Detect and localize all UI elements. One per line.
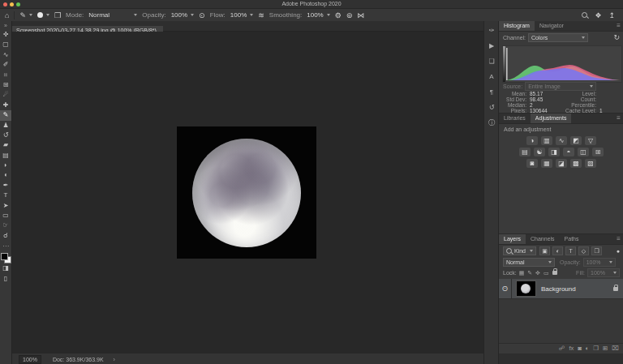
color-lookup-icon[interactable]: ⊞ [592, 148, 604, 156]
filter-shape-layers-icon[interactable]: ◇ [578, 246, 589, 255]
tool-path-selection-icon[interactable]: ➤ [0, 201, 11, 211]
tool-brush-icon[interactable]: ✎ [0, 110, 11, 120]
tool-crop-icon[interactable]: ⌗ [0, 71, 11, 80]
filter-type-layers-icon[interactable]: T [565, 246, 576, 255]
color-balance-icon[interactable]: ☯ [534, 148, 545, 156]
invert-icon[interactable]: ◙ [526, 159, 538, 168]
actions-icon[interactable]: ▶ [484, 40, 499, 52]
smoothing-dropdown[interactable]: 100% [307, 11, 329, 19]
lock-pixels-icon[interactable]: ✎ [527, 270, 532, 276]
tool-eyedropper-icon[interactable]: ☄ [0, 90, 11, 100]
vibrance-icon[interactable]: ▽ [585, 136, 596, 145]
color-swatches[interactable] [1, 253, 11, 263]
tool-pen-icon[interactable]: ✒ [0, 181, 11, 191]
info-icon[interactable]: ⓘ [484, 117, 499, 129]
history-icon[interactable]: ↺ [484, 101, 499, 113]
canvas-area[interactable] [12, 32, 483, 353]
character-icon[interactable]: A [484, 71, 499, 83]
channel-mixer-icon[interactable]: ◫ [578, 148, 589, 156]
brush-settings-panel-icon[interactable]: ❒ [54, 11, 61, 19]
tab-paths[interactable]: Paths [560, 234, 584, 244]
tool-spot-healing-icon[interactable]: ✚ [0, 101, 11, 110]
new-layer-icon[interactable]: ⊞ [603, 345, 608, 353]
pressure-opacity-icon[interactable]: ⊙ [199, 11, 205, 19]
lock-transparency-icon[interactable]: ▦ [519, 270, 525, 276]
new-adjustment-layer-icon[interactable]: ◐ [586, 345, 590, 353]
tab-libraries[interactable]: Libraries [499, 113, 531, 123]
share-icon[interactable]: ↥ [608, 11, 615, 19]
flow-dropdown[interactable]: 100% [230, 11, 253, 19]
layer-filter-type-dropdown[interactable]: Kind [503, 246, 536, 255]
opacity-dropdown[interactable]: 100% [171, 11, 194, 19]
photo-filter-icon[interactable]: ◓ [563, 148, 574, 156]
screen-mode-icon[interactable]: ▯ [0, 274, 11, 284]
new-group-icon[interactable]: ❐ [593, 345, 599, 353]
curves-icon[interactable]: ∿ [556, 136, 567, 145]
edit-toolbar-icon[interactable]: ⋯ [0, 242, 11, 250]
tool-gradient-icon[interactable]: ▤ [0, 151, 11, 161]
tab-layers[interactable]: Layers [499, 234, 526, 244]
layer-visibility-eye-icon[interactable]: ʘ [499, 279, 512, 298]
threshold-icon[interactable]: ◪ [556, 159, 567, 168]
lock-all-icon[interactable] [552, 271, 557, 275]
clone-source-icon[interactable]: ❏ [484, 55, 499, 67]
hue-saturation-icon[interactable]: ▤ [519, 148, 531, 156]
status-options-chevron[interactable]: › [114, 357, 115, 362]
brightness-contrast-icon[interactable]: ◑ [526, 136, 538, 145]
tool-eraser-icon[interactable]: ▰ [0, 140, 11, 150]
refresh-histogram-icon[interactable]: ↻ [613, 34, 620, 41]
home-icon[interactable]: ⌂ [5, 11, 9, 19]
tool-zoom-icon[interactable]: ☌ [0, 231, 11, 241]
workspace-switcher-icon[interactable]: ❖ [595, 11, 601, 19]
airbrush-icon[interactable]: ≋ [258, 11, 264, 19]
tool-clone-stamp-icon[interactable]: ♟ [0, 121, 11, 131]
levels-icon[interactable]: ▥ [541, 136, 552, 145]
panel-menu-icon[interactable]: ≡ [617, 234, 621, 244]
brush-settings-icon[interactable]: ✑ [484, 24, 499, 36]
tool-hand-icon[interactable]: ☞ [0, 221, 11, 230]
tab-histogram[interactable]: Histogram [499, 21, 535, 31]
tab-navigator[interactable]: Navigator [535, 21, 569, 31]
mode-dropdown[interactable]: Normal [88, 11, 137, 19]
pressure-size-icon[interactable]: ⊚ [346, 11, 353, 19]
lock-position-icon[interactable]: ✜ [535, 270, 540, 276]
filter-smart-objects-icon[interactable]: ❒ [591, 246, 602, 255]
document-image[interactable] [177, 126, 316, 259]
search-icon[interactable] [582, 12, 587, 18]
tool-lasso-icon[interactable]: ∿ [0, 50, 11, 60]
blend-mode-dropdown[interactable]: Normal [503, 258, 555, 267]
layer-name[interactable]: Background [541, 285, 576, 293]
brush-preset-picker[interactable] [37, 12, 49, 18]
tab-channels[interactable]: Channels [526, 234, 560, 244]
layer-row-background[interactable]: ʘ Background [499, 279, 623, 299]
tool-shape-icon[interactable]: ▭ [0, 211, 11, 221]
exposure-icon[interactable]: ◩ [570, 136, 582, 145]
posterize-icon[interactable]: ▦ [541, 159, 552, 168]
panel-menu-icon[interactable]: ≡ [617, 21, 621, 31]
tool-type-icon[interactable]: T [0, 191, 11, 200]
layer-locked-icon[interactable] [613, 287, 618, 291]
add-layer-mask-icon[interactable]: ◙ [578, 345, 582, 353]
selective-color-icon[interactable]: ▧ [585, 159, 596, 168]
gradient-map-icon[interactable]: ▩ [570, 159, 582, 168]
layer-style-icon[interactable]: fx [569, 345, 574, 353]
link-layers-icon[interactable]: ☍ [559, 345, 565, 353]
foreground-color-swatch[interactable] [1, 253, 8, 260]
smoothing-options-gear-icon[interactable]: ⚙ [335, 11, 342, 19]
filter-adjustment-layers-icon[interactable]: ◐ [552, 246, 563, 255]
symmetry-icon[interactable]: ⋈ [357, 11, 364, 19]
channel-dropdown[interactable]: Colors [528, 33, 588, 42]
quick-mask-icon[interactable]: ◨ [0, 263, 11, 273]
tool-frame-icon[interactable]: ⊞ [0, 80, 11, 90]
tool-history-brush-icon[interactable]: ↺ [0, 131, 11, 140]
tool-rectangular-marquee-icon[interactable]: ▢ [0, 40, 11, 49]
collapse-toolbar-icon[interactable]: » [0, 21, 11, 30]
paragraph-icon[interactable]: ¶ [484, 86, 499, 98]
panel-menu-icon[interactable]: ≡ [617, 113, 621, 123]
filter-toggle-icon[interactable]: ● [617, 248, 620, 254]
brush-tool-preset-icon[interactable]: ✎ [19, 11, 26, 19]
zoom-level-field[interactable]: 100% [19, 355, 41, 364]
filter-pixel-layers-icon[interactable]: ▣ [539, 246, 550, 255]
tool-dodge-icon[interactable]: ◖ [0, 170, 11, 180]
tool-move-icon[interactable]: ✜ [0, 30, 11, 40]
